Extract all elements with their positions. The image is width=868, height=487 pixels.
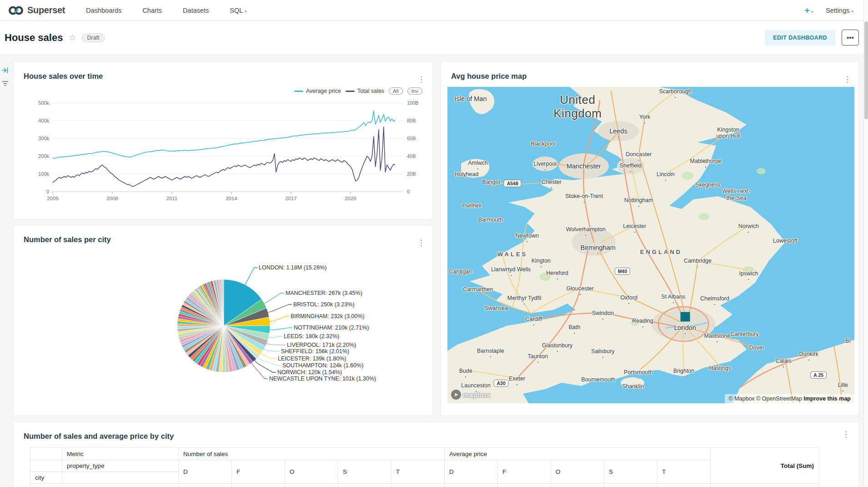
- pie-chart[interactable]: LONDON: 1.18M (15.26%)MANCHESTER: 267k (…: [14, 225, 433, 416]
- expand-filter-bar-icon[interactable]: [2, 67, 9, 74]
- map-city-dot: [477, 294, 479, 296]
- london-price-marker[interactable]: [680, 312, 690, 322]
- col-header[interactable]: O: [551, 460, 604, 484]
- mapbox-map[interactable]: UnitedKingdomENGLANDWALESIsle of ManScar…: [447, 87, 854, 403]
- map-label: Doncaster: [626, 151, 652, 157]
- map-label: Carmarthen: [463, 286, 493, 293]
- map-city-dot: [465, 376, 467, 378]
- map-label: Taunton: [527, 353, 547, 360]
- map-label: Swansea: [485, 305, 508, 311]
- col-header[interactable]: O: [285, 460, 338, 484]
- filter-icon[interactable]: [2, 80, 9, 87]
- map-label: Birmingham: [580, 244, 615, 252]
- scrollbar-thumb[interactable]: [864, 21, 868, 119]
- kebab-menu-icon[interactable]: ⋮: [843, 76, 851, 83]
- cell-value[interactable]: 841: [338, 484, 391, 487]
- col-header[interactable]: T: [391, 460, 445, 484]
- nav-item-sql[interactable]: SQL▾: [230, 7, 247, 14]
- map-label: Hereford: [546, 269, 568, 276]
- favorite-star-icon[interactable]: ☆: [68, 32, 76, 43]
- map-label: Norwich: [738, 223, 759, 229]
- map-label: St Albans: [661, 294, 685, 300]
- map-city-dot: [602, 318, 604, 320]
- pie-slice-label: MANCHESTER: 267k (3.45%): [286, 290, 362, 296]
- svg-text:400k: 400k: [38, 118, 49, 123]
- map-label: Chelmsford: [700, 295, 729, 302]
- edit-dashboard-button[interactable]: EDIT DASHBOARD: [765, 30, 835, 46]
- svg-text:60B: 60B: [407, 136, 416, 141]
- col-header[interactable]: S: [338, 460, 391, 484]
- col-header[interactable]: D: [179, 460, 232, 484]
- col-header[interactable]: F: [498, 460, 551, 484]
- map-city-dot: [808, 359, 810, 361]
- map-city-dot: [707, 190, 709, 192]
- col-header[interactable]: S: [604, 460, 657, 484]
- svg-text:2011: 2011: [166, 196, 178, 201]
- map-label: Manchester: [567, 162, 601, 170]
- map-label: Hastings: [709, 365, 731, 371]
- col-header[interactable]: T: [657, 460, 711, 484]
- map-label: Calais: [776, 358, 792, 364]
- chevron-down-icon: ▾: [245, 9, 247, 14]
- map-label: Skegness: [695, 182, 720, 188]
- nav-item-dashboards[interactable]: Dashboards: [86, 7, 121, 14]
- cell-value[interactable]: 202k: [498, 484, 551, 487]
- map-attribution: © Mapbox © OpenStreetMap Improve this ma…: [725, 394, 854, 403]
- chevron-down-icon: ▾: [851, 9, 853, 14]
- settings-menu[interactable]: Settings▾: [826, 7, 853, 14]
- cell-value[interactable]: 1.12k: [391, 484, 445, 487]
- pie-slice-label: SOUTHAMPTON: 124k (1.60%): [282, 362, 363, 369]
- cell-value[interactable]: 379k: [604, 484, 657, 487]
- nav-item-charts[interactable]: Charts: [142, 7, 162, 14]
- map-label: Oxford: [620, 294, 637, 301]
- cell-value[interactable]: 26: [285, 484, 338, 487]
- svg-text:300k: 300k: [38, 136, 49, 141]
- map-label: Maidstone: [704, 333, 731, 339]
- nav-right: +▾ Settings▾: [804, 5, 860, 15]
- map-city-dot: [583, 201, 585, 203]
- pie-slice-label: BIRMINGHAM: 232k (3.00%): [291, 313, 365, 320]
- chart-title: Avg house price map: [451, 72, 527, 81]
- mapbox-logo[interactable]: ➤ mapbox: [451, 390, 491, 400]
- map-label: Ipswich: [739, 270, 758, 277]
- map-label: Gloucester: [567, 285, 594, 292]
- nav-item-datasets[interactable]: Datasets: [183, 7, 209, 14]
- pivot-header-row-property-type: property_type D F O S T D F O S T: [30, 460, 819, 472]
- kebab-menu-icon[interactable]: ⋮: [842, 431, 850, 438]
- col-header[interactable]: D: [445, 460, 498, 484]
- map-label: Chester: [542, 178, 562, 185]
- cell-value[interactable]: 746k: [551, 484, 604, 487]
- pie-slice-label: NOTTINGHAM: 210k (2.71%): [294, 325, 369, 331]
- cell-value[interactable]: 635: [232, 484, 285, 487]
- map-label: Isle of Man: [455, 95, 487, 102]
- chart-panel-house-sales-over-time: House sales over time ⋮ Average price To…: [13, 61, 433, 219]
- pie-slice-label: LEEDS: 180k (2.32%): [284, 333, 339, 340]
- map-base-layer: [447, 87, 854, 403]
- map-label: Salisbury: [591, 348, 614, 355]
- superset-dashboard: Superset Dashboards Charts Datasets SQL▾…: [0, 0, 868, 487]
- line-chart[interactable]: 0100k200k300k400k500k020B40B60B80B100B20…: [14, 62, 433, 219]
- page-scrollbar[interactable]: [863, 0, 868, 487]
- map-label: York: [639, 114, 651, 120]
- table-row: ABBOTS LANGLEY 539 635 26 841 1.12k 555k…: [30, 484, 819, 487]
- filter-bar-rail: [1, 67, 9, 87]
- map-city-dot: [583, 171, 585, 173]
- cell-value[interactable]: 539: [179, 484, 232, 487]
- svg-text:0: 0: [407, 189, 410, 194]
- map-label: Stoke-on-Trent: [565, 193, 603, 199]
- cell-value[interactable]: 294k: [657, 484, 711, 487]
- col-header[interactable]: F: [232, 460, 285, 484]
- map-label: Holyhead: [455, 171, 479, 178]
- superset-logo[interactable]: Superset: [8, 5, 65, 16]
- improve-map-link[interactable]: Improve this map: [804, 396, 851, 402]
- pivot-table-wrap: Metric Number of sales Average price Tot…: [30, 447, 819, 487]
- svg-text:2014: 2014: [226, 196, 237, 201]
- svg-text:2005: 2005: [47, 196, 59, 201]
- cell-value[interactable]: 555k: [445, 484, 498, 487]
- map-city-dot: [637, 377, 639, 379]
- new-item-button[interactable]: +▾: [804, 5, 813, 15]
- map-label: Canterbury: [730, 331, 758, 337]
- dashboard-more-menu-button[interactable]: •••: [842, 30, 859, 46]
- map-city-dot: [585, 234, 587, 236]
- map-city-dot: [842, 390, 844, 392]
